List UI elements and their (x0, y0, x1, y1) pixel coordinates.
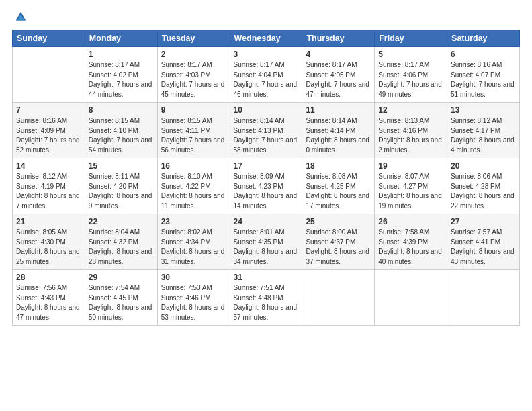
calendar-cell: 19Sunrise: 8:07 AMSunset: 4:27 PMDayligh… (375, 158, 447, 214)
calendar-cell: 9Sunrise: 8:15 AMSunset: 4:11 PMDaylight… (157, 103, 230, 158)
calendar-header-wednesday: Wednesday (230, 30, 302, 47)
day-detail: Sunrise: 8:17 AMSunset: 4:06 PMDaylight:… (378, 60, 443, 99)
calendar-week-row: 7Sunrise: 8:16 AMSunset: 4:09 PMDaylight… (13, 103, 520, 158)
calendar-header-saturday: Saturday (447, 30, 520, 47)
calendar-cell: 17Sunrise: 8:09 AMSunset: 4:23 PMDayligh… (230, 158, 302, 214)
day-detail: Sunrise: 7:53 AMSunset: 4:46 PMDaylight:… (161, 283, 226, 322)
calendar-cell: 29Sunrise: 7:54 AMSunset: 4:45 PMDayligh… (85, 270, 157, 326)
day-number: 25 (306, 217, 371, 226)
day-detail: Sunrise: 8:06 AMSunset: 4:28 PMDaylight:… (451, 172, 516, 211)
day-detail: Sunrise: 8:07 AMSunset: 4:27 PMDaylight:… (378, 172, 443, 211)
calendar-cell: 28Sunrise: 7:56 AMSunset: 4:43 PMDayligh… (13, 270, 85, 326)
day-number: 3 (234, 50, 299, 59)
day-detail: Sunrise: 8:08 AMSunset: 4:25 PMDaylight:… (306, 172, 371, 211)
calendar-cell: 30Sunrise: 7:53 AMSunset: 4:46 PMDayligh… (157, 270, 230, 326)
calendar-cell: 3Sunrise: 8:17 AMSunset: 4:04 PMDaylight… (230, 47, 302, 103)
day-detail: Sunrise: 8:12 AMSunset: 4:17 PMDaylight:… (451, 116, 516, 155)
calendar-cell: 14Sunrise: 8:12 AMSunset: 4:19 PMDayligh… (13, 158, 85, 214)
day-detail: Sunrise: 8:14 AMSunset: 4:13 PMDaylight:… (234, 116, 299, 155)
calendar-table: SundayMondayTuesdayWednesdayThursdayFrid… (12, 30, 520, 326)
calendar-cell: 5Sunrise: 8:17 AMSunset: 4:06 PMDaylight… (375, 47, 447, 103)
calendar-cell: 26Sunrise: 7:58 AMSunset: 4:39 PMDayligh… (375, 214, 447, 270)
day-detail: Sunrise: 8:17 AMSunset: 4:04 PMDaylight:… (234, 60, 299, 99)
day-detail: Sunrise: 7:58 AMSunset: 4:39 PMDaylight:… (378, 228, 443, 267)
calendar-cell (302, 270, 375, 326)
day-number: 8 (89, 105, 154, 115)
day-detail: Sunrise: 8:17 AMSunset: 4:05 PMDaylight:… (306, 60, 371, 99)
day-number: 26 (378, 217, 443, 226)
day-number: 2 (161, 50, 226, 59)
day-number: 6 (451, 50, 516, 59)
day-number: 12 (378, 105, 443, 115)
calendar-cell: 4Sunrise: 8:17 AMSunset: 4:05 PMDaylight… (302, 47, 375, 103)
calendar-week-row: 28Sunrise: 7:56 AMSunset: 4:43 PMDayligh… (13, 270, 520, 326)
day-number: 14 (16, 161, 81, 171)
calendar-cell: 10Sunrise: 8:14 AMSunset: 4:13 PMDayligh… (230, 103, 302, 158)
day-detail: Sunrise: 7:54 AMSunset: 4:45 PMDaylight:… (89, 283, 154, 322)
day-number: 4 (306, 50, 371, 59)
day-number: 18 (306, 161, 371, 171)
calendar-cell: 11Sunrise: 8:14 AMSunset: 4:14 PMDayligh… (302, 103, 375, 158)
calendar-cell: 12Sunrise: 8:13 AMSunset: 4:16 PMDayligh… (375, 103, 447, 158)
day-detail: Sunrise: 8:09 AMSunset: 4:23 PMDaylight:… (234, 172, 299, 211)
day-number: 30 (161, 273, 226, 282)
calendar-cell: 16Sunrise: 8:10 AMSunset: 4:22 PMDayligh… (157, 158, 230, 214)
day-number: 5 (378, 50, 443, 59)
day-detail: Sunrise: 8:01 AMSunset: 4:35 PMDaylight:… (234, 228, 299, 267)
day-detail: Sunrise: 8:16 AMSunset: 4:09 PMDaylight:… (16, 116, 81, 155)
calendar-header-row: SundayMondayTuesdayWednesdayThursdayFrid… (13, 30, 520, 47)
calendar-cell: 15Sunrise: 8:11 AMSunset: 4:20 PMDayligh… (85, 158, 157, 214)
day-detail: Sunrise: 8:15 AMSunset: 4:11 PMDaylight:… (161, 116, 226, 155)
day-number: 21 (16, 217, 81, 226)
day-detail: Sunrise: 8:00 AMSunset: 4:37 PMDaylight:… (306, 228, 371, 267)
calendar-cell: 20Sunrise: 8:06 AMSunset: 4:28 PMDayligh… (447, 158, 520, 214)
calendar-cell: 24Sunrise: 8:01 AMSunset: 4:35 PMDayligh… (230, 214, 302, 270)
day-number: 10 (234, 105, 299, 115)
day-detail: Sunrise: 8:11 AMSunset: 4:20 PMDaylight:… (89, 172, 154, 211)
calendar-cell (13, 47, 85, 103)
day-detail: Sunrise: 8:15 AMSunset: 4:10 PMDaylight:… (89, 116, 154, 155)
calendar-week-row: 21Sunrise: 8:05 AMSunset: 4:30 PMDayligh… (13, 214, 520, 270)
calendar-cell: 8Sunrise: 8:15 AMSunset: 4:10 PMDaylight… (85, 103, 157, 158)
day-number: 11 (306, 105, 371, 115)
day-number: 20 (451, 161, 516, 171)
calendar-cell: 25Sunrise: 8:00 AMSunset: 4:37 PMDayligh… (302, 214, 375, 270)
calendar-cell: 22Sunrise: 8:04 AMSunset: 4:32 PMDayligh… (85, 214, 157, 270)
logo (12, 11, 27, 23)
calendar-cell: 31Sunrise: 7:51 AMSunset: 4:48 PMDayligh… (230, 270, 302, 326)
day-number: 16 (161, 161, 226, 171)
day-detail: Sunrise: 8:10 AMSunset: 4:22 PMDaylight:… (161, 172, 226, 211)
day-number: 1 (89, 50, 154, 59)
day-number: 15 (89, 161, 154, 171)
day-number: 31 (234, 273, 299, 282)
calendar-header-friday: Friday (375, 30, 447, 47)
day-number: 13 (451, 105, 516, 115)
page: SundayMondayTuesdayWednesdayThursdayFrid… (0, 0, 532, 411)
day-number: 24 (234, 217, 299, 226)
calendar-header-monday: Monday (85, 30, 157, 47)
day-detail: Sunrise: 8:16 AMSunset: 4:07 PMDaylight:… (451, 60, 516, 99)
calendar-cell (375, 270, 447, 326)
calendar-cell: 23Sunrise: 8:02 AMSunset: 4:34 PMDayligh… (157, 214, 230, 270)
day-number: 19 (378, 161, 443, 171)
logo-icon (15, 11, 27, 23)
calendar-cell: 2Sunrise: 8:17 AMSunset: 4:03 PMDaylight… (157, 47, 230, 103)
calendar-cell: 6Sunrise: 8:16 AMSunset: 4:07 PMDaylight… (447, 47, 520, 103)
day-detail: Sunrise: 8:14 AMSunset: 4:14 PMDaylight:… (306, 116, 371, 155)
day-number: 17 (234, 161, 299, 171)
calendar-cell: 21Sunrise: 8:05 AMSunset: 4:30 PMDayligh… (13, 214, 85, 270)
calendar-week-row: 14Sunrise: 8:12 AMSunset: 4:19 PMDayligh… (13, 158, 520, 214)
day-detail: Sunrise: 8:17 AMSunset: 4:02 PMDaylight:… (89, 60, 154, 99)
calendar-cell: 27Sunrise: 7:57 AMSunset: 4:41 PMDayligh… (447, 214, 520, 270)
day-detail: Sunrise: 8:12 AMSunset: 4:19 PMDaylight:… (16, 172, 81, 211)
day-detail: Sunrise: 7:56 AMSunset: 4:43 PMDaylight:… (16, 283, 81, 322)
day-number: 22 (89, 217, 154, 226)
calendar-cell: 7Sunrise: 8:16 AMSunset: 4:09 PMDaylight… (13, 103, 85, 158)
calendar-cell (447, 270, 520, 326)
day-detail: Sunrise: 8:04 AMSunset: 4:32 PMDaylight:… (89, 228, 154, 267)
day-detail: Sunrise: 7:51 AMSunset: 4:48 PMDaylight:… (234, 283, 299, 322)
calendar-cell: 13Sunrise: 8:12 AMSunset: 4:17 PMDayligh… (447, 103, 520, 158)
day-number: 29 (89, 273, 154, 282)
calendar-week-row: 1Sunrise: 8:17 AMSunset: 4:02 PMDaylight… (13, 47, 520, 103)
day-number: 9 (161, 105, 226, 115)
